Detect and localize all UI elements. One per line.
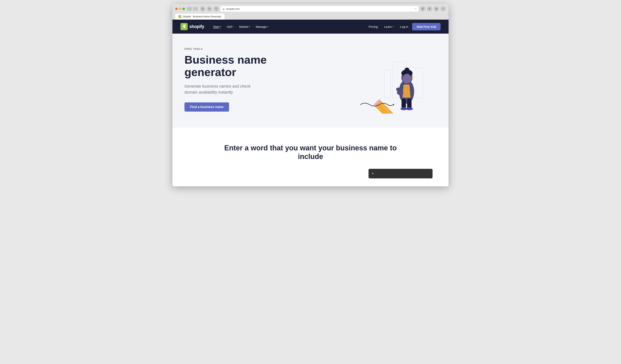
nav-learn[interactable]: Learn ▾	[382, 23, 396, 30]
hero-tag: FREE TOOLS	[185, 48, 267, 50]
svg-point-18	[402, 74, 411, 83]
second-section-title: Enter a word that you want your business…	[221, 144, 400, 161]
start-trial-button[interactable]: Start free trial	[412, 23, 441, 30]
browser-toolbar: ⊡ ↻ 🛡 🔒 shopify.com ↻ ⬇ ⬆ ⧉ +	[200, 6, 446, 12]
site-nav: shopify Start ▾ Sell ▾ Market ▾	[172, 20, 448, 33]
login-button[interactable]: Log in	[400, 25, 408, 28]
nav-items: Start ▾ Sell ▾ Market ▾ Manage ▾	[211, 23, 271, 30]
active-tab[interactable]: S Shopify - Business Name Generator	[175, 14, 224, 20]
nav-left: shopify Start ▾ Sell ▾ Market ▾	[180, 23, 271, 30]
svg-rect-3	[384, 70, 391, 98]
hero-section: FREE TOOLS Business name generator Gener…	[172, 33, 448, 128]
nav-item-start[interactable]: Start ▾	[211, 23, 224, 30]
shopify-logo[interactable]: shopify	[180, 23, 204, 30]
input-box[interactable]: +	[368, 169, 432, 178]
tabs-button[interactable]: ⧉	[434, 6, 439, 11]
share-button[interactable]: ⬆	[427, 6, 432, 11]
tab-favicon: S	[178, 15, 181, 18]
view-button[interactable]: ⊡	[200, 6, 205, 11]
shield-button[interactable]: 🛡	[214, 6, 219, 11]
nav-item-manage[interactable]: Manage ▾	[253, 23, 271, 30]
nav-item-sell[interactable]: Sell ▾	[224, 23, 236, 30]
chevron-down-icon: ▾	[267, 26, 269, 28]
tab-title: Shopify - Business Name Generator	[183, 15, 221, 18]
plus-icon: +	[372, 172, 374, 176]
logo-text: shopify	[189, 24, 204, 29]
svg-point-24	[406, 107, 413, 110]
nav-item-market[interactable]: Market ▾	[237, 23, 253, 30]
svg-point-16	[405, 67, 409, 72]
nav-pricing[interactable]: Pricing	[368, 25, 378, 28]
maximize-button[interactable]	[182, 8, 185, 10]
svg-marker-13	[402, 85, 411, 98]
forward-button[interactable]: ›	[193, 7, 198, 11]
find-business-name-button[interactable]: Find a business name	[185, 102, 229, 112]
input-area: +	[180, 169, 441, 178]
svg-point-17	[412, 77, 413, 79]
tab-bar: S Shopify - Business Name Generator	[175, 13, 446, 20]
chevron-down-icon: ▾	[232, 26, 233, 28]
hero-subtitle: Generate business names and checkdomain …	[185, 83, 267, 95]
svg-rect-22	[407, 99, 412, 109]
shopify-logo-icon	[180, 23, 188, 30]
minimize-button[interactable]	[179, 8, 181, 10]
second-section: Enter a word that you want your business…	[172, 128, 448, 186]
reload-icon[interactable]: ↻	[414, 7, 416, 10]
svg-rect-21	[401, 99, 406, 109]
download-button[interactable]: ⬇	[420, 6, 425, 11]
reload-action[interactable]: ↻	[207, 6, 212, 11]
chevron-down-icon: ▾	[393, 26, 394, 28]
chevron-down-icon: ▾	[220, 26, 221, 28]
page-content: shopify Start ▾ Sell ▾ Market ▾	[172, 20, 448, 186]
svg-point-25	[393, 104, 394, 105]
hero-svg	[341, 46, 436, 114]
lock-icon: 🔒	[223, 8, 225, 10]
traffic-lights	[175, 8, 185, 10]
new-tab-button[interactable]: +	[441, 6, 446, 11]
browser-nav: ‹ ›	[187, 7, 198, 11]
back-button[interactable]: ‹	[187, 7, 192, 11]
browser-chrome: ‹ › ⊡ ↻ 🛡 🔒 shopify.com ↻ ⬇ ⬆ ⧉ +	[172, 4, 448, 20]
url-display: shopify.com	[226, 7, 240, 10]
browser-window: ‹ › ⊡ ↻ 🛡 🔒 shopify.com ↻ ⬇ ⬆ ⧉ +	[172, 4, 448, 186]
address-bar[interactable]: 🔒 shopify.com ↻	[221, 6, 418, 12]
close-button[interactable]	[175, 8, 178, 10]
chevron-down-icon: ▾	[249, 26, 250, 28]
hero-illustration	[341, 46, 436, 114]
svg-rect-20	[396, 88, 402, 91]
hero-title: Business name generator	[185, 54, 267, 78]
hero-text: FREE TOOLS Business name generator Gener…	[185, 48, 267, 111]
nav-right: Pricing Learn ▾ Log in Start free trial	[368, 23, 441, 30]
